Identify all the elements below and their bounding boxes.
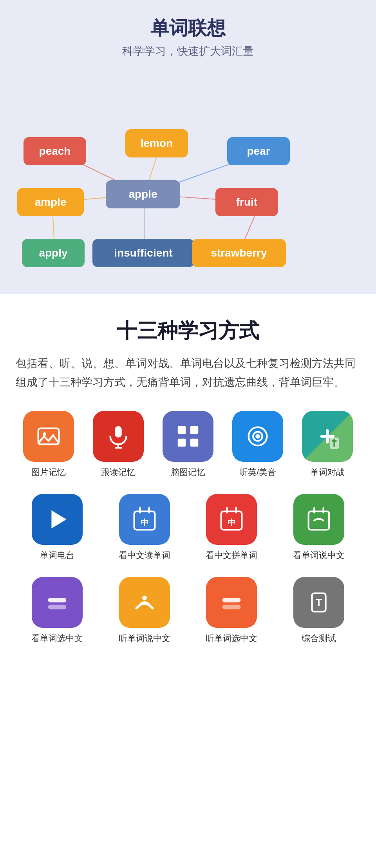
icon-item-word-battle[interactable]: 单词对战 [295, 411, 360, 478]
icon-label-read-cn: 看中文读单词 [119, 550, 170, 561]
listen-select-icon [218, 589, 245, 616]
svg-rect-38 [48, 605, 67, 609]
svg-rect-14 [190, 426, 198, 434]
svg-rect-34 [309, 512, 329, 530]
icon-item-say-cn2[interactable]: 听单词说中文 [103, 577, 186, 644]
icon-box-spell-cn: 中 [206, 494, 257, 545]
word-chip-ample[interactable]: ample [17, 188, 84, 216]
svg-rect-10 [115, 426, 122, 438]
icon-box-select-cn [32, 577, 83, 628]
calendar-say-icon [305, 506, 333, 533]
methods-description: 包括看、听、说、想、单词对战、单词电台以及七种复习检测方法共同组成了十三种学习方… [16, 354, 360, 391]
icon-label-select-cn: 看单词选中文 [31, 633, 83, 644]
icon-label-spell-cn: 看中文拼单词 [206, 550, 257, 561]
icon-box-pic-memory [23, 411, 74, 462]
icon-box-read-cn: 中 [119, 494, 170, 545]
svg-point-19 [255, 434, 260, 439]
association-title: 单词联想 [0, 16, 376, 41]
bars-select-icon [43, 589, 71, 616]
icon-box-brain-memory [163, 411, 213, 462]
svg-rect-16 [190, 439, 198, 447]
word-chip-peach[interactable]: peach [24, 137, 86, 165]
calendar-spell-icon: 中 [218, 506, 245, 533]
svg-rect-13 [178, 426, 186, 434]
svg-rect-41 [222, 605, 241, 609]
word-chip-pear[interactable]: pear [227, 137, 290, 165]
icon-label-pic-memory: 图片记忆 [31, 467, 66, 478]
icon-item-spell-cn[interactable]: 中 看中文拼单词 [190, 494, 273, 561]
word-chip-apply[interactable]: apply [22, 239, 85, 267]
icon-label-word-battle: 单词对战 [310, 467, 345, 478]
icons-row-3: 看单词选中文 听单词说中文 听单词选中文 [16, 577, 360, 644]
svg-point-9 [43, 432, 46, 436]
icon-box-listen-en [232, 411, 283, 462]
icon-item-select-cn2[interactable]: 听单词选中文 [190, 577, 273, 644]
icon-label-say-cn: 看单词说中文 [293, 550, 345, 561]
word-map: peach lemon pear ample apple fruit apply… [0, 74, 376, 270]
methods-title: 十三种学习方式 [16, 317, 360, 345]
image-icon [35, 423, 62, 450]
icon-item-read-cn[interactable]: 中 看中文读单词 [103, 494, 186, 561]
svg-rect-40 [222, 598, 241, 603]
section-learning-methods: 十三种学习方式 包括看、听、说、想、单词对战、单词电台以及七种复习检测方法共同组… [0, 294, 376, 684]
icon-item-pic-memory[interactable]: 图片记忆 [16, 411, 81, 478]
svg-point-39 [142, 596, 147, 600]
plus-card-icon [314, 423, 341, 450]
headphone-icon [244, 423, 271, 450]
calendar-cn-icon: 中 [131, 506, 158, 533]
icon-box-word-battle [302, 411, 353, 462]
svg-text:中: 中 [228, 518, 235, 527]
icon-label-brain-memory: 脑图记忆 [171, 467, 205, 478]
icons-row-2: 单词电台 中 看中文读单词 中 [16, 494, 360, 561]
icon-label-follow-read: 跟读记忆 [101, 467, 136, 478]
svg-text:中: 中 [141, 518, 148, 527]
icon-item-select-cn[interactable]: 看单词选中文 [16, 577, 99, 644]
icon-box-say-cn2 [119, 577, 170, 628]
icon-label-select-cn2: 听单词选中文 [206, 633, 257, 644]
icon-label-listen-en: 听英/美音 [239, 467, 276, 478]
section-word-association: 单词联想 科学学习，快速扩大词汇量 peach [0, 0, 376, 294]
icon-label-say-cn2: 听单词说中文 [119, 633, 170, 644]
icon-item-comprehensive[interactable]: T 综合测试 [277, 577, 361, 644]
association-subtitle: 科学学习，快速扩大词汇量 [0, 44, 376, 59]
icon-item-follow-read[interactable]: 跟读记忆 [85, 411, 151, 478]
word-chip-apple[interactable]: apple [106, 180, 180, 208]
mic-icon [105, 423, 132, 450]
word-chip-strawberry[interactable]: strawberry [192, 239, 286, 267]
icon-label-comprehensive: 综合测试 [302, 633, 336, 644]
word-chip-fruit[interactable]: fruit [215, 188, 278, 216]
play-icon [43, 506, 71, 533]
listen-say-icon [131, 589, 158, 616]
icon-box-say-cn [293, 494, 344, 545]
svg-rect-15 [178, 439, 186, 447]
grid-icon [174, 423, 202, 450]
test-icon: T [305, 589, 333, 616]
icon-label-word-radio: 单词电台 [40, 550, 74, 561]
icon-box-comprehensive: T [293, 577, 344, 628]
svg-rect-37 [48, 598, 67, 603]
icon-box-word-radio [32, 494, 83, 545]
svg-marker-25 [52, 510, 67, 529]
icon-item-listen-en[interactable]: 听英/美音 [225, 411, 291, 478]
icon-box-follow-read [93, 411, 144, 462]
word-chip-lemon[interactable]: lemon [125, 129, 188, 157]
svg-text:T: T [316, 597, 322, 608]
icon-box-select-cn2 [206, 577, 257, 628]
icon-item-brain-memory[interactable]: 脑图记忆 [155, 411, 221, 478]
icons-row-1: 图片记忆 跟读记忆 [16, 411, 360, 478]
word-chip-insufficient[interactable]: insufficient [92, 239, 194, 267]
icon-item-say-cn[interactable]: 看单词说中文 [277, 494, 361, 561]
icon-item-word-radio[interactable]: 单词电台 [16, 494, 99, 561]
